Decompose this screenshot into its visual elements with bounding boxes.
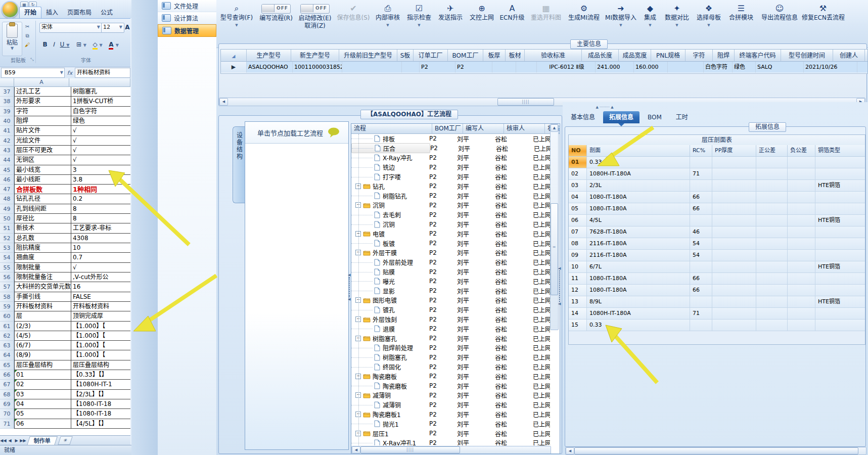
cell-value[interactable]: 开料板材资料 xyxy=(71,302,130,311)
tab-BOM[interactable]: BOM xyxy=(642,111,668,123)
main-info-col-成品长度[interactable]: 成品长度 xyxy=(582,50,619,62)
lam-cell[interactable]: 1080H-IT-180A xyxy=(587,308,690,320)
cell-value[interactable]: 0.7 xyxy=(71,253,130,262)
font-name-combo[interactable]: 宋体▼ xyxy=(39,23,102,33)
lam-cell[interactable] xyxy=(756,192,788,203)
cell-label[interactable]: 翘曲度 xyxy=(14,253,71,262)
row-header[interactable]: 70 xyxy=(0,409,14,419)
lam-row-number[interactable]: 06 xyxy=(569,215,587,226)
row-header[interactable]: 68 xyxy=(0,390,14,399)
lam-cell[interactable] xyxy=(815,157,865,168)
cell-label[interactable]: 最小线宽 xyxy=(14,165,71,175)
cell-label[interactable]: 厚径比 xyxy=(14,214,71,223)
row-header[interactable]: 46 xyxy=(0,175,14,185)
tree-row-树脂塞孔[interactable]: −树脂塞孔P2刘平谷松已上网 xyxy=(351,334,560,343)
lam-row-number[interactable]: 11 xyxy=(569,273,587,285)
row-header[interactable]: 59 xyxy=(0,302,14,311)
cell-label[interactable]: 总孔数 xyxy=(14,234,71,243)
lam-cell[interactable] xyxy=(756,226,788,238)
tree-row-沉铜[interactable]: 沉铜P2刘平谷松已上网 xyxy=(351,219,560,229)
cell-label[interactable]: 06 xyxy=(14,419,71,429)
lam-row-02[interactable]: 021080H-IT-180A71 xyxy=(569,168,865,180)
dropdown-arrow-icon[interactable]: ▼ xyxy=(216,22,257,29)
toolbar-修复ECN丢流程[interactable]: ⚒修复ECN丢流程 xyxy=(802,2,844,22)
row-header[interactable]: 48 xyxy=(0,194,14,204)
ribbon-tab-公式[interactable]: 公式 xyxy=(96,7,117,18)
lam-cell[interactable] xyxy=(815,250,865,261)
row-header[interactable]: 39 xyxy=(0,107,14,116)
tree-node[interactable]: 压合 xyxy=(351,143,430,153)
lam-col-铜箔类型[interactable]: 铜箔类型 xyxy=(815,145,865,157)
lam-cell[interactable]: 4/5L xyxy=(587,215,690,226)
cell-value[interactable]: 【1.000】【 xyxy=(71,322,130,331)
main-info-cell[interactable]: P2 xyxy=(420,62,455,73)
cell-label[interactable]: 层压叠层结构 xyxy=(14,360,71,370)
main-info-col-SC[interactable]: SC xyxy=(865,50,868,62)
dropdown-arrow-icon[interactable]: ▼ xyxy=(639,22,661,29)
row-header[interactable]: 43 xyxy=(0,146,14,155)
lam-cell[interactable] xyxy=(712,308,756,320)
tree-node[interactable]: 打字喽 xyxy=(351,172,429,181)
main-info-col-终端客户代码[interactable]: 终端客户代码 xyxy=(735,50,781,62)
cell-label[interactable]: 孔到线间距 xyxy=(14,204,71,214)
tree-node[interactable]: 排板 xyxy=(351,134,429,143)
lam-cell[interactable] xyxy=(712,226,756,238)
lam-cell[interactable]: 2116-IT-180A xyxy=(587,250,690,261)
cell-label[interactable]: 过孔工艺 xyxy=(14,87,71,97)
tree-row-沉铜[interactable]: −沉铜P2刘平谷松已上网 xyxy=(351,201,560,210)
lam-row-13[interactable]: 138/9LHTE铜箔 xyxy=(569,296,865,308)
menu-item-设计算法[interactable]: 设计算法 xyxy=(158,12,216,24)
cell-value[interactable]: 【1.000】【 xyxy=(71,350,130,360)
lam-cell[interactable] xyxy=(712,157,756,168)
cell-label[interactable]: (8/9) xyxy=(14,350,71,360)
toolbar-合拼模块[interactable]: ☰合拼模块 xyxy=(725,2,757,22)
cell-value[interactable]: 【1.000】【 xyxy=(71,341,130,350)
cell-value[interactable]: √ xyxy=(71,263,130,272)
main-info-col-PNL规格[interactable]: PNL规格 xyxy=(651,50,686,62)
tree-node[interactable]: 贴膜 xyxy=(351,267,429,277)
tree-row-打字喽[interactable]: 打字喽P2刘平谷松已上网 xyxy=(351,172,560,181)
row-header[interactable]: 71 xyxy=(0,419,14,429)
cell-label[interactable]: 05 xyxy=(14,409,71,419)
lam-row-05[interactable]: 051080-IT-180A66 xyxy=(569,203,865,215)
lam-col-NO[interactable]: NO xyxy=(569,145,587,157)
toolbar-启动修改(E)[interactable]: OFF启动修改(E)取消(Z) xyxy=(295,2,335,30)
lam-cell[interactable]: 1080-IT-180A xyxy=(587,203,690,215)
lam-col-PP厚度[interactable]: PP厚度 xyxy=(712,145,756,157)
toolbar-数据对比[interactable]: ✦数据对比▼ xyxy=(661,2,693,29)
lam-cell[interactable] xyxy=(756,203,788,215)
lam-cell[interactable] xyxy=(756,250,788,261)
toggle-off-switch[interactable]: OFF xyxy=(261,4,291,14)
lam-cell[interactable] xyxy=(712,273,756,285)
lam-cell[interactable] xyxy=(712,250,756,261)
row-header[interactable]: 63 xyxy=(0,341,14,350)
font-size-combo[interactable]: 12▼ xyxy=(101,23,124,33)
lam-cell[interactable]: 2116-IT-180A xyxy=(587,238,690,250)
cell-label[interactable]: 阻焊 xyxy=(14,116,71,126)
main-info-cell[interactable] xyxy=(402,62,420,73)
lam-cell[interactable] xyxy=(788,192,815,203)
lam-row-12[interactable]: 121080-IT-180A66 xyxy=(569,285,865,296)
lam-row-number[interactable]: 08 xyxy=(569,238,587,250)
format-painter-button[interactable]: 🖌 xyxy=(23,41,31,49)
cell-label[interactable]: (2/3) xyxy=(14,322,71,331)
lam-cell[interactable] xyxy=(756,320,788,331)
main-info-cell[interactable]: 10011000031852 xyxy=(293,62,342,73)
toolbar-选择母板[interactable]: ❖选择母板▼ xyxy=(693,2,725,29)
lam-cell[interactable] xyxy=(788,238,815,250)
lam-cell[interactable]: 0.33 xyxy=(587,157,690,168)
lam-cell[interactable] xyxy=(756,285,788,296)
row-header[interactable]: 69 xyxy=(0,399,14,409)
lam-cell[interactable] xyxy=(815,320,865,331)
lam-cell[interactable] xyxy=(788,157,815,168)
scroll-thumb[interactable]: |||| xyxy=(360,446,460,453)
cell-value[interactable]: 16 xyxy=(71,282,130,292)
tree-node[interactable]: 沉铜 xyxy=(351,220,429,229)
cell-label[interactable]: 限制批量备注 xyxy=(14,272,71,282)
main-info-cell[interactable]: 2021/10/26 xyxy=(804,62,857,73)
cell-value[interactable]: 1种相同 xyxy=(71,185,130,194)
row-header[interactable]: 40 xyxy=(0,116,14,126)
lam-cell[interactable] xyxy=(712,192,756,203)
cell-label[interactable]: (6/7) xyxy=(14,341,71,350)
tree-row-曝光[interactable]: 曝光P2刘平谷松已上网 xyxy=(351,277,560,286)
